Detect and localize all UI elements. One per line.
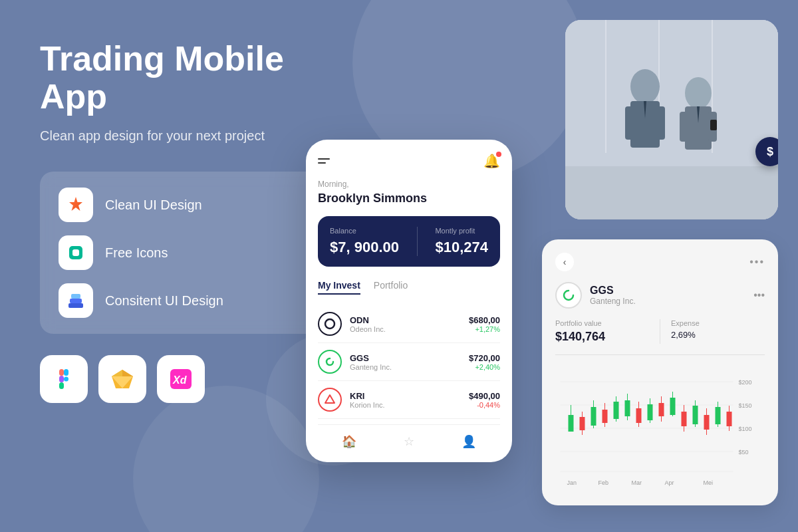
tab-portfolio[interactable]: Portfolio <box>374 280 408 295</box>
ggs-ticker: GGS <box>350 353 469 363</box>
svg-rect-7 <box>59 376 64 382</box>
svg-rect-26 <box>656 106 665 140</box>
ggs-info: GGS Ganteng Inc. <box>350 353 469 371</box>
kri-change: -0,44% <box>469 401 500 409</box>
kri-logo <box>318 388 342 412</box>
kri-price-col: $490,00 -0,44% <box>469 391 500 409</box>
ggs-chart-company: Ganteng Inc. <box>590 297 636 306</box>
more-options[interactable]: ••• <box>749 256 765 268</box>
ggs-more-dots[interactable]: ••• <box>753 289 765 301</box>
features-card: Clean UI Design Free Icons Consitent <box>40 172 332 334</box>
svg-rect-64 <box>682 412 687 426</box>
kri-company: Korion Inc. <box>350 401 469 409</box>
svg-rect-58 <box>648 404 653 420</box>
feature-item-1: Clean UI Design <box>59 188 314 222</box>
tools-row: Xd <box>40 355 332 403</box>
feature-label-2: Free Icons <box>105 245 168 261</box>
svg-rect-44 <box>569 415 574 432</box>
odn-company: Odeon Inc. <box>350 325 469 333</box>
feature-item-2: Free Icons <box>59 235 314 270</box>
ggs-name-block: GGS Ganteng Inc. <box>590 285 636 306</box>
svg-text:$200: $200 <box>739 379 752 386</box>
nav-user-icon[interactable]: 👤 <box>462 434 476 449</box>
balance-value: $7, 900.00 <box>330 239 399 256</box>
svg-text:$50: $50 <box>739 449 749 456</box>
ggs-change: +2,40% <box>469 363 500 371</box>
svg-text:Apr: Apr <box>665 479 674 486</box>
page-subtitle: Clean app design for your next project <box>40 126 332 145</box>
balance-divider <box>417 227 418 256</box>
feature-label-1: Clean UI Design <box>105 198 202 213</box>
svg-rect-19 <box>605 20 606 153</box>
svg-rect-8 <box>59 382 64 389</box>
svg-rect-6 <box>64 369 68 376</box>
nav-home-icon[interactable]: 🏠 <box>342 434 356 449</box>
ggs-price-col: $720,00 +2,40% <box>469 353 500 371</box>
svg-rect-50 <box>602 410 608 423</box>
svg-rect-72 <box>727 412 732 426</box>
kri-info: KRI Korion Inc. <box>350 391 469 409</box>
odn-change: +1,27% <box>469 325 500 333</box>
stock-item-ggs[interactable]: GGS Ganteng Inc. $720,00 +2,40% <box>318 343 500 381</box>
portfolio-label: Portfolio value <box>555 319 649 327</box>
balance-label: Balance <box>330 227 399 235</box>
figma-icon-box <box>40 355 88 403</box>
svg-rect-31 <box>710 120 717 130</box>
hamburger-icon[interactable] <box>318 158 330 164</box>
greeting-text: Morning, <box>318 180 500 189</box>
expense-value: 2,69% <box>671 330 765 340</box>
svg-rect-70 <box>716 407 721 424</box>
svg-rect-68 <box>704 415 710 430</box>
chart-nav: ‹ ••• <box>555 253 765 271</box>
chart-stock-header: GGS Ganteng Inc. ••• <box>555 282 765 309</box>
svg-rect-2 <box>68 303 83 308</box>
svg-text:Mar: Mar <box>632 479 642 486</box>
svg-rect-5 <box>59 369 64 376</box>
ggs-price: $720,00 <box>469 353 500 363</box>
svg-rect-1 <box>72 249 79 256</box>
page-title: Trading Mobile App <box>40 40 332 116</box>
notification-dot <box>496 152 501 157</box>
nav-star-icon[interactable]: ☆ <box>404 434 414 449</box>
profit-label: Montly profit <box>435 227 488 235</box>
tab-my-invest[interactable]: My Invest <box>318 280 360 295</box>
business-photo <box>565 20 778 219</box>
odn-ticker: ODN <box>350 315 469 325</box>
stock-item-kri[interactable]: KRI Korion Inc. $490,00 -0,44% <box>318 381 500 419</box>
svg-rect-25 <box>625 106 634 140</box>
sketch-icon-box <box>98 355 146 403</box>
back-button[interactable]: ‹ <box>555 253 574 271</box>
portfolio-value-block: Portfolio value $140,764 <box>555 319 649 344</box>
ggs-company: Ganteng Inc. <box>350 363 469 371</box>
svg-rect-52 <box>614 402 619 419</box>
profit-value: $10,274 <box>435 239 488 256</box>
svg-rect-29 <box>680 112 688 142</box>
svg-marker-17 <box>325 395 334 403</box>
ggs-chart-name: GGS <box>590 285 636 297</box>
svg-rect-3 <box>70 299 82 303</box>
svg-rect-4 <box>71 294 80 299</box>
svg-point-9 <box>64 377 68 382</box>
phone-header: 🔔 <box>318 153 500 169</box>
feature-item-3: Consitent UI Design <box>59 283 314 318</box>
free-icons-icon <box>59 235 93 270</box>
svg-text:$150: $150 <box>739 402 752 409</box>
candlestick-chart: $200 $150 $100 $50 <box>555 368 765 488</box>
chart-stats: Portfolio value $140,764 Expense 2,69% <box>555 319 765 355</box>
clean-ui-icon <box>59 188 93 222</box>
svg-text:Feb: Feb <box>598 479 609 486</box>
svg-rect-66 <box>693 406 698 424</box>
phone-bottom-nav: 🏠 ☆ 👤 <box>318 424 500 449</box>
user-name: Brooklyn Simmons <box>318 192 500 205</box>
chart-card: ‹ ••• GGS Ganteng Inc. ••• Portfolio val… <box>542 239 778 505</box>
svg-rect-22 <box>565 166 778 219</box>
svg-text:Mei: Mei <box>704 479 714 486</box>
stock-item-odn[interactable]: ODN Odeon Inc. $680,00 +1,27% <box>318 305 500 343</box>
portfolio-value: $140,764 <box>555 330 649 344</box>
phone-tabs: My Invest Portfolio <box>318 280 500 295</box>
phone-mockup: 🔔 Morning, Brooklyn Simmons Balance $7, … <box>306 140 512 462</box>
svg-point-16 <box>325 319 334 329</box>
bell-icon[interactable]: 🔔 <box>483 153 500 169</box>
odn-price-col: $680,00 +1,27% <box>469 315 500 333</box>
odn-price: $680,00 <box>469 315 500 325</box>
